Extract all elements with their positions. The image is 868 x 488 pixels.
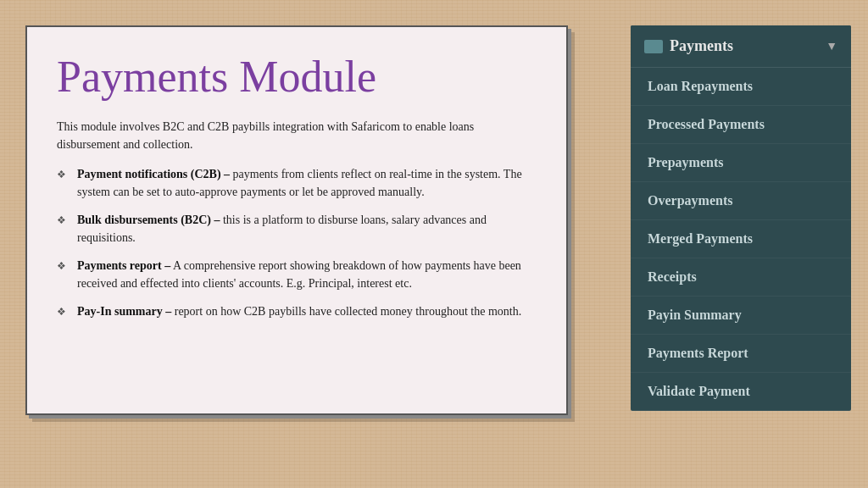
feature-list: Payment notifications (C2B) – payments f… [57, 165, 537, 320]
sidebar-title: Payments [670, 37, 733, 55]
sidebar-item-merged-payments[interactable]: Merged Payments [631, 220, 851, 258]
sidebar-items: Loan RepaymentsProcessed PaymentsPrepaym… [631, 68, 851, 411]
payments-icon [644, 40, 663, 53]
chevron-down-icon: ▼ [826, 40, 837, 53]
bullet-item: Payment notifications (C2B) – payments f… [57, 165, 537, 201]
sidebar-item-prepayments[interactable]: Prepayments [631, 144, 851, 182]
sidebar-item-processed-payments[interactable]: Processed Payments [631, 106, 851, 144]
sidebar-item-overpayments[interactable]: Overpayments [631, 182, 851, 220]
sidebar-item-loan-repayments[interactable]: Loan Repayments [631, 68, 851, 106]
bullet-item: Payments report – A comprehensive report… [57, 257, 537, 292]
main-content-card: Payments Module This module involves B2C… [25, 25, 568, 415]
sidebar-header-left: Payments [644, 37, 733, 55]
bullet-item: Bulk disbursements (B2C) – this is a pla… [57, 211, 537, 247]
sidebar-item-payments-report[interactable]: Payments Report [631, 335, 851, 373]
sidebar-item-receipts[interactable]: Receipts [631, 258, 851, 297]
sidebar-item-validate-payment[interactable]: Validate Payment [631, 373, 851, 411]
page-title: Payments Module [57, 53, 537, 101]
bullet-item: Pay-In summary – report on how C2B paybi… [57, 302, 537, 320]
sidebar: Payments ▼ Loan RepaymentsProcessed Paym… [631, 25, 851, 411]
sidebar-item-payin-summary[interactable]: Payin Summary [631, 297, 851, 335]
intro-text: This module involves B2C and C2B paybill… [57, 118, 537, 153]
sidebar-header: Payments ▼ [631, 25, 851, 68]
